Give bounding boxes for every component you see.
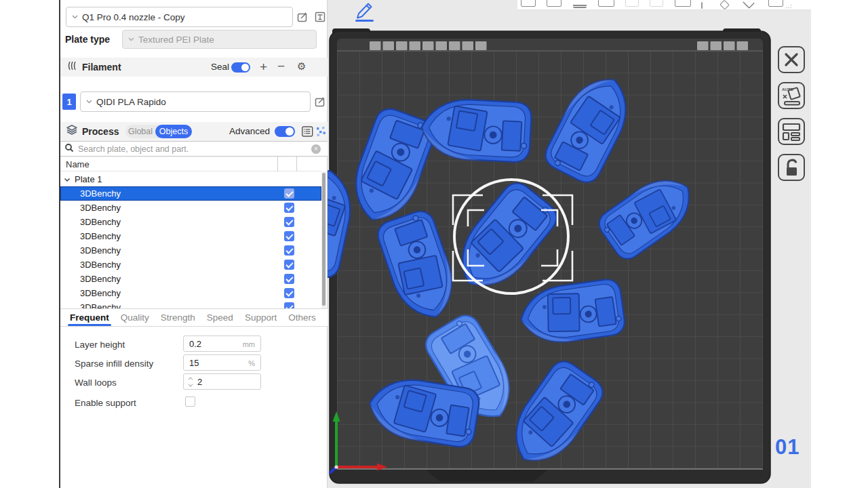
object-name-label: 3DBenchy <box>80 288 121 298</box>
plate-number-label[interactable]: 01 <box>775 435 800 460</box>
parameter-list-icon[interactable] <box>302 126 313 140</box>
tab-strength[interactable]: Strength <box>161 309 195 326</box>
object-visibility-checkbox[interactable] <box>284 231 294 241</box>
add-filament-button[interactable]: + <box>260 60 267 75</box>
object-visibility-checkbox[interactable] <box>284 302 294 308</box>
process-scope-switch: Global Objects <box>125 125 192 138</box>
seal-toggle[interactable] <box>231 62 250 73</box>
tab-frequent[interactable]: Frequent <box>70 309 109 326</box>
printer-preset-dropdown[interactable]: Q1 Pro 0.4 nozzle - Copy <box>66 7 293 27</box>
plate-type-value: Textured PEI Plate <box>138 35 214 45</box>
edit-pencil-tool-icon[interactable] <box>355 1 376 23</box>
scope-global-option[interactable]: Global <box>125 127 155 136</box>
process-section-header: Process Global Objects Advanced <box>60 122 328 141</box>
advanced-toggle[interactable] <box>275 126 295 137</box>
tab-speed[interactable]: Speed <box>207 309 233 326</box>
3d-viewport[interactable]: ..: AUTO <box>328 0 811 488</box>
chevron-down-icon[interactable] <box>64 173 71 185</box>
filament-preset-value: QIDI PLA Rapido <box>96 97 166 107</box>
toggle-knob <box>241 64 249 71</box>
object-visibility-checkbox[interactable] <box>284 188 294 199</box>
toolbar-icon-fragment[interactable] <box>625 0 639 7</box>
toolbar-icon-fragment[interactable] <box>521 0 536 7</box>
infill-density-input[interactable] <box>189 355 237 370</box>
search-input[interactable] <box>78 144 311 154</box>
toolbar-icon-fragment[interactable] <box>719 0 730 9</box>
wall-loops-stepper[interactable] <box>188 377 195 388</box>
filament-section-header: Filament Seal + − ⚙ <box>60 58 328 77</box>
tree-item-3dbenchy[interactable]: 3DBenchy <box>60 258 321 272</box>
search-icon <box>64 143 74 155</box>
object-visibility-checkbox[interactable] <box>284 203 294 213</box>
delete-all-button[interactable] <box>778 46 805 73</box>
stepper-up-icon[interactable] <box>189 378 193 382</box>
object-visibility-checkbox[interactable] <box>284 288 294 298</box>
layer-height-label: Layer height <box>75 337 125 353</box>
printer-config-icon[interactable] <box>314 11 326 23</box>
toolbar-icon-fragment[interactable] <box>675 0 691 7</box>
filament-preset-dropdown[interactable]: QIDI PLA Rapido <box>80 92 311 112</box>
object-visibility-checkbox[interactable] <box>284 260 294 270</box>
object-visibility-checkbox[interactable] <box>284 217 294 227</box>
tree-plate-label: Plate 1 <box>75 174 102 184</box>
scrollbar-thumb[interactable] <box>322 173 326 306</box>
toolbar-icon-fragment[interactable] <box>650 0 663 7</box>
tree-item-3dbenchy[interactable]: 3DBenchy <box>60 229 321 243</box>
edit-filament-icon[interactable] <box>314 96 326 108</box>
tree-column-name: Name <box>66 159 90 169</box>
tree-item-3dbenchy[interactable]: 3DBenchy <box>60 272 321 286</box>
plate-type-label: Plate type <box>65 34 110 45</box>
lock-button[interactable] <box>778 154 805 181</box>
tree-item-3dbenchy[interactable]: 3DBenchy <box>60 286 321 300</box>
tree-item-3dbenchy[interactable]: 3DBenchy <box>60 201 321 215</box>
search-bar: × <box>60 141 328 157</box>
tab-others[interactable]: Others <box>288 309 316 326</box>
auto-orient-button[interactable]: AUTO <box>778 82 805 109</box>
close-icon <box>783 52 800 68</box>
scope-objects-option[interactable]: Objects <box>155 125 192 138</box>
enable-support-checkbox[interactable] <box>185 396 195 407</box>
tree-item-3dbenchy[interactable]: 3DBenchy <box>60 186 321 201</box>
toolbar-icon-fragment[interactable] <box>573 1 587 8</box>
object-tree-header: Name <box>60 157 321 171</box>
tree-item-3dbenchy[interactable]: 3DBenchy <box>60 300 321 308</box>
edit-printer-preset-icon[interactable] <box>296 11 309 23</box>
arrange-icon <box>781 121 802 142</box>
wall-loops-input[interactable] <box>197 374 238 389</box>
process-section-title: Process <box>82 126 119 137</box>
object-name-label: 3DBenchy <box>80 245 121 256</box>
toolbar-overflow-dots: ..: <box>785 3 793 9</box>
infill-density-unit: % <box>248 359 255 367</box>
infill-density-label: Sparse infill density <box>75 356 153 372</box>
tree-item-plate[interactable]: Plate 1 <box>60 171 321 186</box>
parameter-nodes-icon[interactable] <box>316 126 326 140</box>
column-divider <box>296 157 297 171</box>
infill-density-field: % <box>183 354 261 371</box>
arrange-button[interactable] <box>778 118 805 145</box>
unlock-icon <box>781 157 802 178</box>
layer-height-input[interactable] <box>189 336 237 351</box>
filament-slot-badge[interactable]: 1 <box>62 94 76 110</box>
object-visibility-checkbox[interactable] <box>284 245 294 256</box>
seal-label: Seal <box>211 62 229 72</box>
tree-item-3dbenchy[interactable]: 3DBenchy <box>60 215 321 229</box>
filament-settings-gear-icon[interactable]: ⚙ <box>297 60 306 73</box>
object-list-scrollbar[interactable] <box>321 171 326 308</box>
column-divider <box>277 157 278 171</box>
tree-item-3dbenchy[interactable]: 3DBenchy <box>60 243 321 258</box>
toolbar-icon-fragment[interactable] <box>768 0 783 7</box>
remove-filament-button[interactable]: − <box>277 59 285 74</box>
search-clear-icon[interactable]: × <box>311 144 321 154</box>
plate-type-dropdown[interactable]: Textured PEI Plate <box>122 30 317 49</box>
filament-icon <box>66 60 78 74</box>
viewport-toolbar: ..: <box>517 0 811 10</box>
tab-quality[interactable]: Quality <box>121 309 149 326</box>
object-name-label: 3DBenchy <box>80 302 121 308</box>
toolbar-icon-fragment[interactable] <box>547 0 561 7</box>
object-visibility-checkbox[interactable] <box>284 274 294 284</box>
stepper-down-icon[interactable] <box>189 382 193 387</box>
toolbar-icon-fragment[interactable] <box>701 2 703 9</box>
toolbar-icon-fragment[interactable] <box>598 0 614 7</box>
toolbar-icon-fragment[interactable] <box>743 0 755 9</box>
tab-support[interactable]: Support <box>245 309 277 326</box>
